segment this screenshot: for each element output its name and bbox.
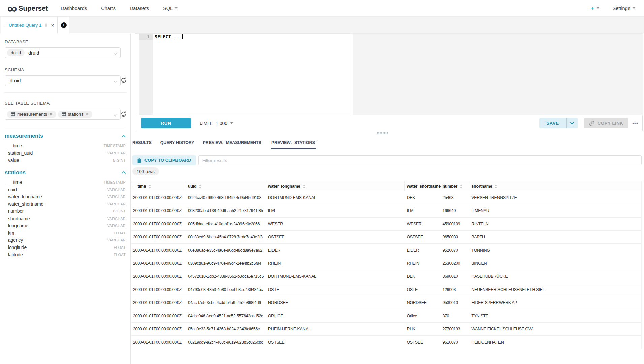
table-row: 2000-01-01T00:00:00.000Z00e386ac-e35c-4a… bbox=[131, 244, 641, 257]
table-cell: 25300200 bbox=[440, 257, 469, 270]
table-chip-measurements[interactable]: measurements ✕ bbox=[7, 111, 56, 118]
column-name: water_longname bbox=[8, 194, 42, 199]
chip-label: measurements bbox=[17, 112, 47, 117]
copy-to-clipboard-button[interactable]: COPY TO CLIPBOARD bbox=[132, 155, 196, 165]
chevron-down-icon bbox=[113, 113, 117, 119]
table-cell: TYNISTE bbox=[469, 309, 641, 322]
remove-chip-icon[interactable]: ✕ bbox=[86, 112, 89, 117]
save-options-button[interactable] bbox=[567, 118, 578, 128]
table-select[interactable]: measurements ✕ stations ✕ bbox=[5, 109, 121, 120]
table-cell: RHK bbox=[405, 323, 440, 335]
table-cell: RHEIN bbox=[405, 257, 440, 270]
close-tab-icon[interactable]: × bbox=[51, 23, 54, 28]
table-cell: OSTE bbox=[266, 283, 405, 296]
remove-chip-icon[interactable]: ✕ bbox=[49, 112, 52, 117]
table-cell: NORDSEE bbox=[266, 296, 405, 309]
nav-item-charts[interactable]: Charts bbox=[101, 6, 116, 11]
table-cell: 9610070 bbox=[440, 336, 469, 349]
table-cell: EIDER bbox=[266, 244, 405, 257]
table-cell: ORLICE bbox=[266, 309, 405, 322]
table-cell: 2000-01-01T00:00:00.000Z bbox=[131, 231, 186, 243]
new-item-menu[interactable]: + bbox=[591, 5, 599, 12]
table-cell: NEUENSEER SCHLEUSENFLETH SIEL bbox=[469, 283, 641, 296]
collapse-chevron-icon[interactable] bbox=[122, 135, 126, 137]
schema-column-row: latitude FLOAT bbox=[5, 251, 126, 259]
tab-untitled-query[interactable]: Untitled Query 1 × bbox=[1, 17, 58, 33]
table-cell: 04cbc946-8ee9-4521-ac52-557642cad52c bbox=[186, 309, 266, 322]
save-button[interactable]: SAVE bbox=[539, 118, 566, 128]
table-row: 2000-01-01T00:00:00.000Z04cbc946-8ee9-45… bbox=[131, 309, 641, 323]
schema-select[interactable]: druid bbox=[5, 75, 121, 86]
column-type: TIMESTAMP bbox=[104, 180, 126, 184]
results-tab-preview-measurements[interactable]: PREVIEW: `MEASUREMENTS` bbox=[203, 136, 263, 149]
chevron-down-icon bbox=[113, 51, 117, 57]
table-cell: 9520070 bbox=[440, 244, 469, 257]
column-name: longname bbox=[8, 223, 28, 228]
schema-table-name[interactable]: measurements bbox=[5, 133, 43, 139]
nav-item-datasets[interactable]: Datasets bbox=[130, 6, 149, 11]
table-cell: DEK bbox=[405, 191, 440, 204]
table-chip-stations[interactable]: stations ✕ bbox=[58, 111, 93, 118]
sql-rest: ... bbox=[171, 34, 182, 39]
nav-item-sql[interactable]: SQL bbox=[163, 6, 178, 11]
table-cell: 00e386ac-e35c-4a6e-80dd-f8cd8a9e7a62 bbox=[186, 244, 266, 257]
table-cell: 2000-01-01T00:00:00.000Z bbox=[131, 283, 186, 296]
column-header---time[interactable]: __time bbox=[131, 181, 186, 191]
schema-table-measurements: measurements __time TIMESTAMP station_uu… bbox=[5, 133, 126, 164]
table-cell: 04acd7e5-3cbc-4cdd-b4a9-f452e868f4d6 bbox=[186, 296, 266, 309]
table-cell: Orlice bbox=[405, 309, 440, 322]
more-actions-button[interactable]: ••• bbox=[632, 121, 638, 125]
settings-menu[interactable]: Settings bbox=[613, 6, 635, 11]
table-row: 2000-01-01T00:00:00.000Z06219dd9-a2c4-46… bbox=[131, 336, 641, 349]
schema-table-stations: stations __time TIMESTAMP uuid VARCHAR w… bbox=[5, 169, 126, 259]
collapse-chevron-icon[interactable] bbox=[122, 171, 126, 174]
limit-dropdown[interactable]: LIMIT: 1 000 bbox=[200, 121, 233, 126]
table-cell: 166640 bbox=[440, 204, 469, 217]
superset-logo[interactable]: ∞ Superset bbox=[7, 3, 48, 13]
schema-column-row: longitude FLOAT bbox=[5, 244, 126, 251]
column-header-water-shortname[interactable]: water_shortname bbox=[405, 181, 440, 191]
sql-editor[interactable]: 1 SELECT ... bbox=[135, 33, 643, 115]
column-name: agency bbox=[8, 237, 23, 243]
table-cell: WESER bbox=[266, 218, 405, 230]
schema-table-name[interactable]: stations bbox=[5, 169, 26, 176]
column-header-water-longname[interactable]: water_longname bbox=[266, 181, 405, 191]
schema-column-row: km FLOAT bbox=[5, 229, 126, 237]
results-tab-query-history[interactable]: QUERY HISTORY bbox=[160, 136, 194, 149]
table-cell: RHEIN bbox=[266, 257, 405, 270]
results-tab-preview-stations[interactable]: PREVIEW: `STATIONS` bbox=[271, 136, 316, 149]
table-cell: HEILIGENHAFEN bbox=[469, 336, 641, 349]
copy-link-button[interactable]: COPY LINK bbox=[584, 118, 629, 128]
limit-label: LIMIT: bbox=[200, 121, 213, 126]
drag-dots-icon bbox=[4, 23, 6, 27]
table-cell: 2000-01-01T00:00:00.000Z bbox=[131, 336, 186, 349]
schema-column-row: station_uuid VARCHAR bbox=[5, 150, 126, 157]
run-button[interactable]: RUN bbox=[141, 118, 191, 128]
table-row: 2000-01-01T00:00:00.000Z05ca0e33-5c71-43… bbox=[131, 323, 641, 336]
table-cell: OSTSEE bbox=[405, 336, 440, 349]
database-select[interactable]: druid druid bbox=[5, 47, 121, 58]
table-cell: OSTSEE bbox=[266, 231, 405, 243]
sql-lab-page: ∞ Superset DashboardsChartsDatasetsSQL +… bbox=[0, 0, 644, 364]
nav-item-dashboards[interactable]: Dashboards bbox=[61, 6, 87, 11]
refresh-schemas-icon[interactable] bbox=[120, 77, 127, 85]
refresh-tables-icon[interactable] bbox=[120, 111, 127, 119]
column-type: FLOAT bbox=[114, 231, 126, 235]
pane-resize-handle[interactable] bbox=[377, 132, 388, 134]
table-cell: VERSEN TRENNSPITZE bbox=[469, 191, 641, 204]
new-query-tab-button[interactable]: + bbox=[58, 17, 69, 33]
editor-toolbar: RUN LIMIT: 1 000 SAVE COPY LINK ••• bbox=[135, 115, 643, 131]
table-row: 2000-01-01T00:00:00.000Z0024cc40-d690-46… bbox=[131, 191, 641, 204]
table-cell: 06219dd9-a2c4-463c-9619-623b3c026cbc bbox=[186, 336, 266, 349]
copy-to-clipboard-label: COPY TO CLIPBOARD bbox=[144, 158, 191, 163]
sql-keyword: SELECT bbox=[155, 34, 171, 39]
table-cell: OSTSEE bbox=[266, 336, 405, 349]
table-cell: 3690010 bbox=[440, 270, 469, 283]
results-tab-results[interactable]: RESULTS bbox=[132, 136, 152, 149]
column-header-shortname[interactable]: shortname bbox=[469, 181, 641, 191]
table-cell: 27700193 bbox=[440, 323, 469, 335]
column-header-uuid[interactable]: uuid bbox=[186, 181, 266, 191]
filter-results-input[interactable] bbox=[198, 155, 642, 165]
column-header-number[interactable]: number bbox=[440, 181, 469, 191]
table-cell: 9530010 bbox=[440, 296, 469, 309]
